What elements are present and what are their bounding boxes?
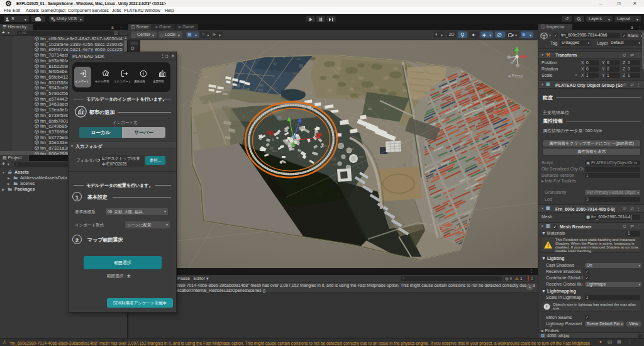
svg-text:!: !	[546, 304, 548, 310]
svg-text:!: !	[547, 242, 549, 248]
svg-text:◂ Persp: ◂ Persp	[508, 74, 523, 79]
